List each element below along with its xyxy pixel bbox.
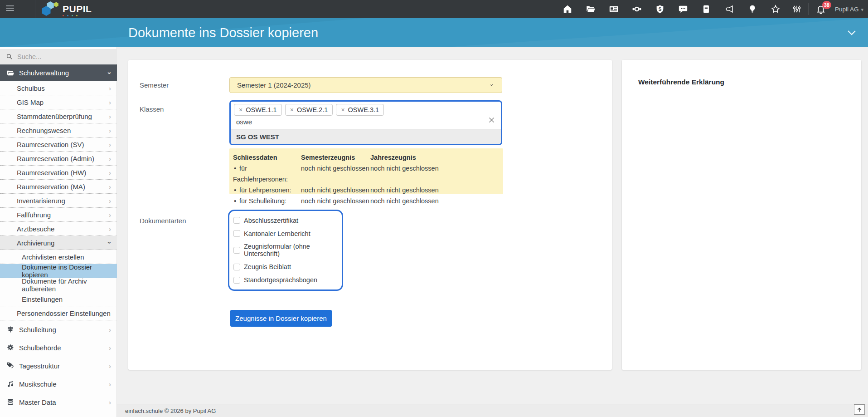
remove-tag-icon[interactable] — [239, 107, 242, 113]
suggestion-option[interactable]: SG OS WEST — [231, 129, 501, 144]
sidebar-item[interactable]: Archivlisten erstellen — [0, 250, 117, 264]
semester-select[interactable]: Semester 1 (2024-2025) — [229, 77, 502, 93]
scroll-to-top-button[interactable] — [854, 404, 865, 415]
sidebar-item[interactable]: Archivierung — [0, 236, 117, 250]
sidebar-item-label: Musikschule — [19, 380, 57, 388]
sidebar-search — [0, 49, 117, 64]
sidebar-item-label: Raumreservation (SV) — [17, 141, 84, 148]
sidebar-item[interactable]: Schulverwaltung — [0, 64, 117, 81]
brand-dots — [63, 15, 78, 16]
sidebar-item[interactable]: Personendossier Einstellungen — [0, 306, 117, 320]
signpost-icon — [6, 325, 15, 334]
clear-selection-icon[interactable] — [488, 116, 495, 124]
sidebar-nav: Schulverwaltung Schulbus GIS Map Stammda… — [0, 64, 117, 411]
dokumentart-checkbox[interactable] — [233, 217, 240, 224]
page-header: Dokumente ins Dossier kopieren — [0, 18, 868, 47]
column-header: Semesterzeugnis — [301, 152, 370, 163]
copy-to-dossier-button[interactable]: Zeugnisse in Dossier kopieren — [230, 310, 332, 327]
chevron-icon — [107, 242, 113, 244]
search-icon — [5, 53, 13, 60]
dokumentart-option[interactable]: Abschlusszertifikat — [233, 217, 342, 224]
main-card: Semester Semester 1 (2024-2025) Klassen … — [128, 60, 612, 370]
sidebar-item[interactable]: Raumreservation (HW) — [0, 166, 117, 180]
pupil-hexagon-logo-icon — [39, 0, 62, 18]
chevron-icon — [109, 197, 111, 204]
chevron-icon — [109, 113, 111, 120]
bullet-icon — [233, 197, 239, 205]
sidebar-item-label: Einstellungen — [22, 295, 63, 303]
class-tag: OSWE.1.1 — [234, 104, 282, 116]
sidebar-item[interactable]: Schulbehörde — [0, 339, 117, 357]
semester-label: Semester — [140, 81, 169, 89]
header-decoration — [451, 18, 868, 47]
sidebar-item[interactable]: Dokumente für Archiv aufbereiten — [0, 278, 117, 292]
dokumentart-label: Abschlusszertifikat — [244, 217, 298, 224]
bullet-icon — [233, 186, 239, 194]
sidebar-item[interactable]: Raumreservation (SV) — [0, 137, 117, 152]
sidebar-item[interactable]: Tagesstruktur — [0, 357, 117, 375]
chevron-icon — [109, 99, 111, 106]
class-tag: OSWE.2.1 — [285, 104, 333, 116]
sidebar-item[interactable]: Musikschule — [0, 375, 117, 393]
dokumentart-label: Standortgesprächsbogen — [244, 276, 317, 284]
sidebar-item[interactable]: Raumreservation (Admin) — [0, 152, 117, 166]
sidebar-item-label: Schulverwaltung — [19, 69, 69, 77]
brand-logo[interactable]: PUPIL — [39, 0, 92, 18]
sidebar-item-label: Raumreservation (MA) — [17, 183, 85, 191]
sidebar-item[interactable]: Stammdatenüberprüfung — [0, 109, 117, 123]
bell-icon[interactable]: 38 — [816, 4, 826, 14]
sidebar-item[interactable]: Raumreservation (MA) — [0, 180, 117, 194]
dokumentart-checkbox[interactable] — [233, 277, 240, 284]
chevron-down-icon[interactable] — [846, 27, 857, 38]
sidebar-item[interactable]: Fallführung — [0, 208, 117, 222]
dokumentart-option[interactable]: Zeugnisformular (ohne Unterschrift) — [233, 243, 342, 257]
sidebar-item[interactable]: Master Data — [0, 393, 117, 411]
dokumentart-option[interactable]: Standortgesprächsbogen — [233, 276, 342, 284]
open-folder-icon — [6, 69, 15, 77]
copyright-text: einfach.schule © 2026 by Pupil AG — [125, 407, 216, 414]
semester-value: Semester 1 (2024-2025) — [237, 81, 311, 89]
hamburger-menu-button[interactable] — [6, 5, 14, 13]
caret-down-icon — [861, 6, 863, 13]
sidebar-item[interactable]: Einstellungen — [0, 292, 117, 306]
sidebar-item-label: Schulbehörde — [19, 344, 61, 352]
divider — [764, 3, 764, 15]
schliessdaten-info-box: Schliessdaten Semesterzeugnis Jahreszeug… — [229, 148, 503, 194]
dokumentart-checkbox[interactable] — [233, 247, 240, 254]
sidebar-item-label: Dokumente für Archiv aufbereiten — [22, 277, 117, 293]
klassen-input[interactable] — [236, 118, 417, 126]
dokumentart-option[interactable]: Zeugnis Beiblatt — [233, 263, 342, 270]
search-input[interactable] — [17, 53, 103, 60]
sidebar-item[interactable]: Schulbus — [0, 81, 117, 95]
user-menu-label: Pupil AG — [835, 6, 859, 13]
sidebar-item[interactable]: Dokumente ins Dossier kopieren — [0, 264, 117, 278]
class-tag-label: OSWE.1.1 — [246, 106, 277, 113]
user-menu[interactable]: Pupil AG — [835, 6, 863, 13]
dokumentart-checkbox[interactable] — [233, 230, 240, 237]
sidebar-item[interactable]: Schulleitung — [0, 320, 117, 339]
sidebar: Schulverwaltung Schulbus GIS Map Stammda… — [0, 47, 117, 417]
tags-icon — [6, 362, 15, 370]
sidebar-item-label: Raumreservation (HW) — [17, 169, 86, 177]
sidebar-item[interactable]: Arztbesuche — [0, 222, 117, 236]
sidebar-item[interactable]: Rechnungswesen — [0, 123, 117, 137]
sidebar-item[interactable]: Inventarisierung — [0, 194, 117, 208]
chevron-icon — [109, 226, 111, 232]
remove-tag-icon[interactable] — [341, 107, 344, 113]
chevron-icon — [109, 183, 111, 190]
sidebar-item-label: Raumreservation (Admin) — [17, 155, 94, 162]
dokumentart-checkbox[interactable] — [233, 264, 240, 270]
dokumentarten-label: Dokumentarten — [140, 217, 186, 225]
music-note-icon — [6, 380, 15, 388]
klassen-multiselect[interactable]: OSWE.1.1 OSWE.2.1 OSWE.3.1 SG OS WEST — [229, 100, 502, 145]
sidebar-item[interactable]: GIS Map — [0, 95, 117, 109]
bullet-icon — [233, 165, 239, 172]
dokumentart-label: Kantonaler Lernbericht — [244, 230, 310, 237]
gear-icon — [6, 343, 15, 352]
remove-tag-icon[interactable] — [290, 107, 294, 113]
database-icon — [6, 398, 15, 406]
divider — [808, 3, 809, 15]
chevron-icon — [109, 127, 111, 134]
sidebar-item-label: Tagesstruktur — [19, 362, 60, 370]
dokumentart-option[interactable]: Kantonaler Lernbericht — [233, 230, 342, 237]
